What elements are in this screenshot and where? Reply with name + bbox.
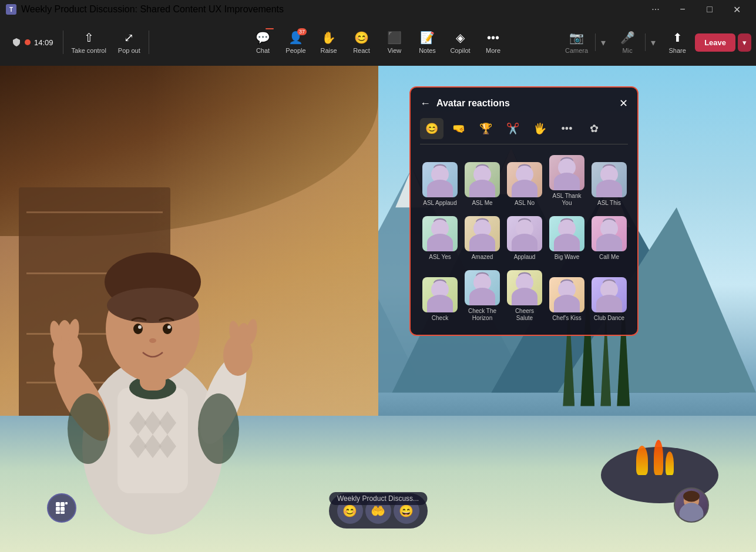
titlebar-left: T Weekly Product Discussion: Shared Cont…: [6, 4, 284, 15]
svg-rect-103: [56, 511, 60, 514]
cat-tab-special[interactable]: ✿: [582, 118, 606, 139]
toolbar-item-pop-out[interactable]: ⤢ Pop out: [112, 27, 146, 58]
svg-rect-100: [65, 502, 68, 504]
svg-point-95: [603, 279, 616, 286]
reaction-item-club-dance[interactable]: Club Dance: [589, 267, 628, 325]
svg-point-93: [561, 291, 573, 297]
reaction-avatar-cheers-salute: [507, 270, 542, 305]
reaction-label-asl-no: ASL No: [515, 200, 535, 207]
panel-close-button[interactable]: ✕: [619, 97, 628, 110]
svg-point-25: [149, 338, 156, 343]
more-options-button[interactable]: ···: [642, 0, 669, 19]
copilot-icon: ◈: [456, 31, 465, 45]
take-control-icon: ⇧: [84, 31, 94, 45]
teams-logo-icon: T: [6, 4, 16, 15]
recording-area: 14:09: [5, 38, 61, 47]
svg-point-22: [163, 324, 172, 334]
toolbar-item-copilot[interactable]: ◈ Copilot: [444, 27, 477, 58]
reaction-avatar-svg-asl-this: [593, 163, 626, 197]
reaction-label-big-wave: Big Wave: [555, 254, 579, 261]
toolbar-item-take-control[interactable]: ⇧ Take control: [66, 27, 112, 58]
toolbar-item-camera[interactable]: 📷 Camera: [559, 27, 594, 58]
reaction-label-asl-applaud: ASL Applaud: [423, 200, 456, 207]
svg-point-79: [434, 279, 446, 286]
toolbar-item-more[interactable]: ••• More: [477, 28, 510, 58]
reaction-avatar-svg-check: [424, 278, 456, 312]
cat-tab-emoji[interactable]: 😊: [420, 118, 443, 139]
maximize-button[interactable]: □: [696, 0, 723, 19]
toolbar-item-raise[interactable]: ✋ Raise: [313, 27, 345, 58]
chat-label: Chat: [256, 47, 270, 54]
svg-rect-56: [603, 179, 615, 192]
toolbar-item-mic[interactable]: 🎤 Mic: [611, 27, 644, 58]
reaction-item-asl-no[interactable]: ASL No: [505, 152, 545, 210]
reaction-item-cheers-salute[interactable]: Cheers Salute: [505, 267, 545, 325]
svg-rect-98: [56, 502, 60, 506]
reaction-item-check-the-horizon[interactable]: Check The Horizon: [462, 267, 502, 325]
svg-point-91: [560, 279, 573, 286]
reaction-item-applaud[interactable]: Applaud: [505, 213, 545, 264]
svg-rect-76: [603, 233, 615, 246]
reaction-avatar-call-me: [592, 216, 627, 251]
avatar-portrait-thumbnail[interactable]: [674, 487, 709, 523]
svg-rect-88: [519, 287, 530, 300]
svg-point-61: [434, 230, 446, 235]
svg-rect-68: [519, 233, 530, 246]
svg-point-62: [476, 218, 488, 232]
reaction-avatar-big-wave: [549, 216, 584, 251]
leave-button[interactable]: Leave: [695, 33, 735, 52]
cat-tab-dots[interactable]: •••: [555, 118, 579, 139]
window-title: Weekly Product Discussion: Shared Conten…: [21, 4, 284, 15]
toolbar-item-react[interactable]: 😊 React: [345, 27, 378, 58]
svg-point-82: [476, 272, 488, 286]
svg-rect-99: [61, 502, 65, 506]
reaction-label-call-me: Call Me: [599, 254, 619, 261]
toolbar-item-chat[interactable]: 💬 Chat: [247, 27, 280, 58]
reaction-item-asl-applaud[interactable]: ASL Applaud: [420, 152, 460, 210]
mic-icon: 🎤: [620, 31, 635, 45]
reaction-item-call-me[interactable]: Call Me: [589, 213, 628, 264]
grid-view-button[interactable]: [47, 493, 76, 523]
reaction-avatar-svg-club-dance: [593, 278, 626, 312]
svg-point-81: [434, 291, 446, 297]
toolbar-item-view[interactable]: ⬛ View: [378, 27, 411, 58]
svg-point-24: [167, 325, 171, 329]
reaction-avatar-check: [422, 277, 458, 312]
minimize-button[interactable]: −: [669, 0, 696, 19]
mic-label: Mic: [623, 47, 633, 54]
reaction-item-asl-this[interactable]: ASL This: [589, 152, 628, 210]
cat-tab-trophy[interactable]: 🏆: [474, 118, 498, 139]
mic-chevron[interactable]: ▾: [647, 31, 660, 54]
window-controls: ··· − □ ✕: [642, 0, 750, 19]
reaction-item-amazed[interactable]: Amazed: [462, 213, 502, 264]
reaction-item-big-wave[interactable]: Big Wave: [547, 213, 587, 264]
reaction-item-chefs-kiss[interactable]: Chef's Kiss: [547, 267, 587, 325]
svg-point-69: [519, 230, 530, 235]
reaction-label-asl-yes: ASL Yes: [429, 254, 451, 261]
reaction-item-asl-me[interactable]: ASL Me: [462, 152, 502, 210]
svg-point-94: [603, 280, 615, 293]
reaction-item-check[interactable]: Check: [420, 267, 460, 325]
reaction-item-asl-thank-you[interactable]: ASL Thank You: [547, 152, 587, 210]
svg-point-77: [603, 230, 615, 235]
svg-point-57: [603, 176, 615, 181]
toolbar-item-notes[interactable]: 📝 Notes: [411, 27, 444, 58]
toolbar-center: 💬 Chat 👤37 People ✋ Raise 😊 React ⬛: [247, 27, 510, 58]
cat-tab-wave[interactable]: 🖐: [528, 118, 552, 139]
panel-title: Avatar reactions: [436, 98, 510, 109]
reaction-avatar-svg-cheers-salute: [508, 271, 541, 305]
cat-tab-gesture[interactable]: 🤜: [447, 118, 471, 139]
svg-point-51: [560, 157, 573, 164]
svg-point-39: [434, 164, 446, 171]
cat-tab-scissors[interactable]: ✂️: [501, 118, 525, 139]
panel-back-button[interactable]: ←: [420, 97, 431, 110]
reaction-item-asl-yes[interactable]: ASL Yes: [420, 213, 460, 264]
svg-point-78: [434, 280, 446, 293]
camera-chevron[interactable]: ▾: [597, 31, 610, 54]
toolbar-item-people[interactable]: 👤37 People: [280, 27, 313, 58]
close-button[interactable]: ✕: [723, 0, 750, 19]
leave-dropdown-button[interactable]: ▾: [738, 33, 751, 52]
toolbar-item-share[interactable]: ⬆ Share: [661, 27, 694, 58]
mic-divider: [645, 33, 646, 51]
reaction-label-amazed: Amazed: [472, 254, 493, 261]
